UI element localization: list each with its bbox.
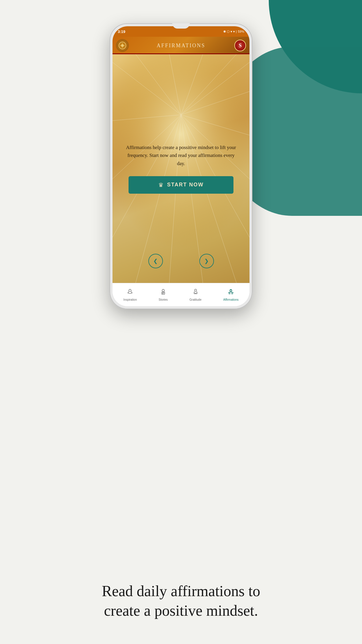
svg-point-20	[162, 289, 164, 292]
affirmations-icon	[227, 288, 234, 297]
nav-item-stories[interactable]: Stories	[159, 288, 168, 301]
navigation-arrows: ❮ ❯	[113, 254, 249, 268]
chevron-left-icon: ❮	[153, 258, 158, 264]
svg-rect-1	[113, 54, 249, 283]
tagline-line2: create a positive mindset.	[104, 602, 258, 619]
affirmations-description: Affirmations help create a possitive min…	[113, 144, 249, 167]
next-arrow-button[interactable]: ❯	[199, 254, 214, 268]
start-now-label: START NOW	[167, 182, 204, 188]
header-logo	[116, 39, 129, 52]
radiant-background	[113, 54, 249, 283]
main-content: Affirmations help create a possitive min…	[113, 54, 249, 283]
status-icons: ✱ ⬡ ▾ ▾ | 59%	[223, 30, 244, 34]
start-now-button[interactable]: ♛ START NOW	[129, 176, 233, 194]
tagline-text: Read daily affirmations to create a posi…	[35, 581, 327, 621]
chevron-right-icon: ❯	[204, 258, 209, 264]
tagline-line1: Read daily affirmations to	[102, 583, 260, 599]
bottom-tagline-container: Read daily affirmations to create a posi…	[0, 581, 362, 621]
gratitude-icon	[192, 288, 199, 297]
svg-point-19	[129, 289, 131, 292]
stories-label: Stories	[159, 298, 168, 301]
prev-arrow-button[interactable]: ❮	[148, 254, 163, 268]
phone-mockup: 3:19 ✱ ⬡ ▾ ▾ | 59% AFFIRMATIONS S	[110, 23, 252, 309]
inspiration-icon	[126, 288, 133, 297]
crown-icon: ♛	[158, 181, 164, 188]
svg-point-24	[194, 289, 196, 291]
svg-rect-21	[162, 292, 165, 294]
header-avatar[interactable]: S	[234, 40, 246, 51]
nav-item-affirmations[interactable]: Affirmations	[223, 288, 239, 301]
status-time: 3:19	[118, 29, 125, 34]
phone-screen: 3:19 ✱ ⬡ ▾ ▾ | 59% AFFIRMATIONS S	[113, 26, 249, 306]
bottom-navigation: Inspiration Stories	[113, 283, 249, 306]
gratitude-label: Gratitude	[189, 298, 201, 301]
stories-icon	[160, 288, 167, 297]
affirmations-nav-label: Affirmations	[223, 298, 239, 301]
inspiration-label: Inspiration	[123, 298, 137, 301]
header-bottom-line	[113, 53, 249, 54]
nav-item-gratitude[interactable]: Gratitude	[189, 288, 201, 301]
app-title: AFFIRMATIONS	[157, 43, 205, 49]
nav-item-inspiration[interactable]: Inspiration	[123, 288, 137, 301]
phone-notch	[172, 23, 190, 29]
app-header: AFFIRMATIONS S	[113, 37, 249, 54]
phone-outer-shell: 3:19 ✱ ⬡ ▾ ▾ | 59% AFFIRMATIONS S	[110, 23, 252, 309]
